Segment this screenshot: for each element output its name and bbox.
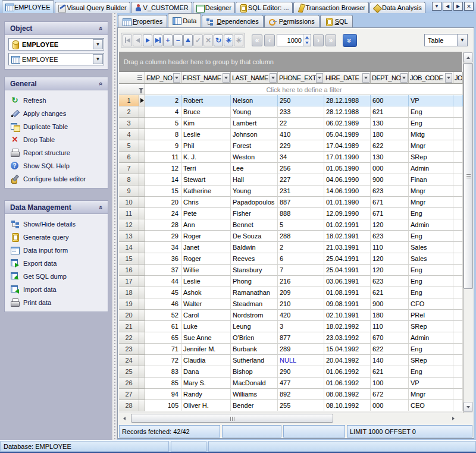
table-cell[interactable]: Bennet <box>231 219 278 231</box>
table-cell[interactable]: Bender <box>231 400 278 411</box>
table-cell[interactable] <box>453 276 463 287</box>
table-cell[interactable]: 887 <box>278 197 324 208</box>
table-cell[interactable] <box>453 366 463 378</box>
table-cell[interactable]: 12.09.1990 <box>324 208 371 219</box>
table-row[interactable]: 1124PeteFisher88812.09.1990671Eng <box>119 208 463 219</box>
row-number-cell[interactable]: 16 <box>119 265 139 276</box>
table-cell[interactable]: Janet <box>181 242 231 253</box>
table-cell[interactable]: 05.04.1989 <box>324 129 371 140</box>
table-cell[interactable]: Sales <box>409 253 453 265</box>
table-cell[interactable]: 231 <box>278 185 324 197</box>
table-cell[interactable]: Kim <box>181 118 231 129</box>
table-row[interactable]: 2052CarolNordstrom42002.10.1991180PRel <box>119 310 463 321</box>
table-cell[interactable] <box>453 242 463 253</box>
table-row[interactable]: 2371Jennifer M.Burbank28915.04.1992622En… <box>119 344 463 355</box>
table-cell[interactable]: 130 <box>371 152 409 163</box>
table-cell[interactable]: Young <box>231 106 278 118</box>
table-cell[interactable]: Ramanathan <box>231 287 278 298</box>
scroll-down-button[interactable] <box>464 402 473 412</box>
row-number-cell[interactable]: 15 <box>119 253 139 265</box>
table-row[interactable]: 712TerriLee25601.05.1990000Admin <box>119 163 463 174</box>
table-cell[interactable] <box>453 95 463 106</box>
table-cell[interactable]: Baldwin <box>231 242 278 253</box>
row-number-cell[interactable]: 25 <box>119 366 139 378</box>
table-cell[interactable]: Roger <box>181 253 231 265</box>
table-cell[interactable]: 15 <box>145 185 181 197</box>
table-cell[interactable]: Eng <box>409 366 453 378</box>
table-cell[interactable]: Eng <box>409 287 453 298</box>
table-cell[interactable]: 420 <box>278 310 324 321</box>
table-cell[interactable] <box>453 231 463 242</box>
table-row[interactable]: 611K. J.Weston3417.01.1990130SRep <box>119 152 463 163</box>
sidebar-item-refresh[interactable]: ↻Refresh <box>8 94 104 107</box>
table-cell[interactable] <box>453 389 463 400</box>
refresh-records-button[interactable]: ↻ <box>214 34 223 46</box>
row-number-cell[interactable]: 1 <box>119 95 139 106</box>
table-cell[interactable] <box>453 378 463 389</box>
table-cell[interactable]: Leslie <box>181 129 231 140</box>
row-number-cell[interactable]: 12 <box>119 219 139 231</box>
sidebar-item-configure-table-editor[interactable]: Configure table editor <box>8 172 104 185</box>
table-cell[interactable]: Mngr <box>409 389 453 400</box>
table-cell[interactable] <box>453 208 463 219</box>
table-cell[interactable]: 623 <box>371 231 409 242</box>
row-number-cell[interactable]: 18 <box>119 287 139 298</box>
grid-filter-row[interactable]: Click here to define a filter <box>119 84 463 95</box>
table-row[interactable]: 814StewartHall22704.06.1990900Finan <box>119 174 463 185</box>
table-cell[interactable] <box>453 321 463 332</box>
table-cell[interactable]: 94 <box>145 389 181 400</box>
table-cell[interactable]: 3 <box>278 321 324 332</box>
table-cell[interactable]: 44 <box>145 276 181 287</box>
table-cell[interactable]: 20.04.1992 <box>324 355 371 366</box>
cancel-edit-button[interactable]: ✕ <box>203 34 213 46</box>
table-row[interactable]: 2685Mary S.MacDonald47701.06.1992100VP <box>119 378 463 389</box>
row-number-cell[interactable]: 6 <box>119 152 139 163</box>
column-header-last_name[interactable]: LAST_NAME <box>231 72 278 84</box>
row-number-cell[interactable]: 19 <box>119 298 139 310</box>
table-cell[interactable]: Jennifer M. <box>181 344 231 355</box>
table-cell[interactable]: 15.04.1992 <box>324 344 371 355</box>
database-combo[interactable]: EMPLOYEE ▼ <box>8 38 104 51</box>
horizontal-scrollbar[interactable] <box>119 413 472 423</box>
table-cell[interactable]: 01.01.1990 <box>324 197 371 208</box>
window-tab-v-customer[interactable]: V_CUSTOMER <box>131 2 192 13</box>
next-record-button[interactable] <box>143 34 152 46</box>
table-cell[interactable] <box>453 185 463 197</box>
table-cell[interactable]: 621 <box>371 366 409 378</box>
table-cell[interactable]: SRep <box>409 355 453 366</box>
table-cell[interactable]: 623 <box>371 185 409 197</box>
table-row[interactable]: 915KatherineYoung23114.06.1990623Mngr <box>119 185 463 197</box>
table-cell[interactable]: Nordstrom <box>231 310 278 321</box>
table-cell[interactable]: 623 <box>371 276 409 287</box>
table-cell[interactable]: 29 <box>145 231 181 242</box>
table-cell[interactable]: Lambert <box>231 118 278 129</box>
table-cell[interactable]: 45 <box>145 287 181 298</box>
table-cell[interactable]: Ashok <box>181 287 231 298</box>
table-cell[interactable]: 600 <box>371 95 409 106</box>
scroll-right-button[interactable] <box>449 414 458 423</box>
table-cell[interactable]: 130 <box>371 118 409 129</box>
table-row[interactable]: 1845AshokRamanathan20901.08.1991621Eng <box>119 287 463 298</box>
table-cell[interactable]: 5 <box>145 118 181 129</box>
table-row[interactable]: 1434JanetBaldwin221.03.1991110Sales <box>119 242 463 253</box>
edit-record-button[interactable] <box>183 34 193 46</box>
window-tab-data-analysis[interactable]: Data Analysis <box>369 2 425 13</box>
table-row[interactable]: 1946WalterSteadman21009.08.1991900CFO <box>119 298 463 310</box>
data-management-panel-header[interactable]: Data Management « <box>5 201 108 214</box>
table-cell[interactable]: 01.06.1992 <box>324 366 371 378</box>
tab-properties[interactable]: Properties <box>118 15 167 27</box>
window-tab-designer[interactable]: Designer <box>193 2 235 13</box>
table-cell[interactable]: 622 <box>371 140 409 152</box>
sidebar-item-drop-table[interactable]: ✕Drop Table <box>8 133 104 146</box>
table-cell[interactable]: 01.02.1991 <box>324 219 371 231</box>
scroll-up-button[interactable] <box>464 52 473 62</box>
column-filter-dropdown[interactable] <box>223 73 230 83</box>
column-header-phone_ext[interactable]: PHONE_EXT <box>278 72 324 84</box>
table-cell[interactable]: 71 <box>145 344 181 355</box>
table-row[interactable]: 2265Sue AnneO'Brien87723.03.1992670Admin <box>119 332 463 344</box>
table-cell[interactable]: 18.02.1991 <box>324 231 371 242</box>
table-cell[interactable] <box>453 253 463 265</box>
table-cell[interactable]: 216 <box>278 276 324 287</box>
table-cell[interactable]: Robert <box>181 95 231 106</box>
table-cell[interactable] <box>453 298 463 310</box>
